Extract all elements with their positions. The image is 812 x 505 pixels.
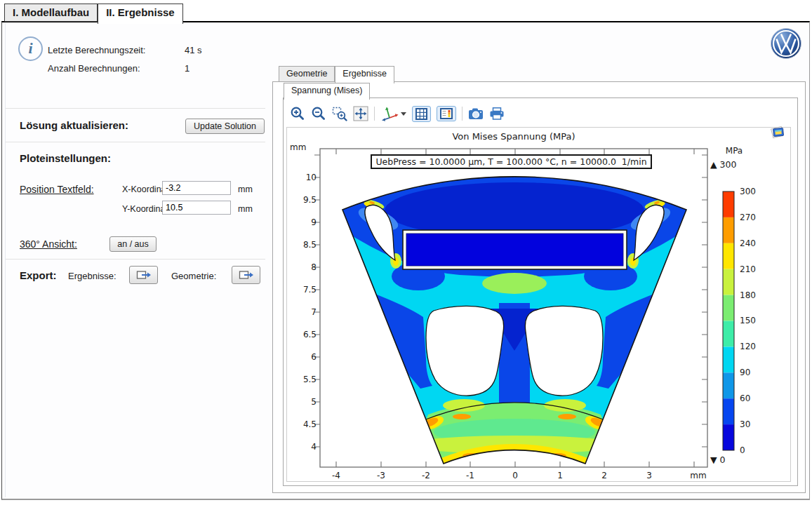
x-tick-label: -1 <box>460 471 481 480</box>
y-tick-label: 10 <box>291 172 317 183</box>
print-icon[interactable] <box>489 107 505 120</box>
tab-modellaufbau[interactable]: I. Modellaufbau <box>4 4 98 22</box>
colorbar-tick-label: 150 <box>740 315 764 326</box>
y-tick-label: 4.5 <box>291 419 317 430</box>
main-tabbar: I. Modellaufbau II. Ergebnisse <box>4 4 183 22</box>
computation-count-value: 1 <box>185 63 189 74</box>
colorbar-tick-label: 60 <box>740 393 764 404</box>
colorbar-max-marker: ▲ 300 <box>710 159 759 170</box>
colorbar-tick-label: 90 <box>740 367 764 378</box>
export-geometry-label: Geometrie: <box>171 271 216 281</box>
toolbar-separator <box>462 107 462 121</box>
colorbar-tick-label: 120 <box>740 341 764 352</box>
results-tabbar: Geometrie Ergebnisse <box>279 66 394 82</box>
x-tick-label: 3 <box>639 471 660 480</box>
info-icon: i <box>18 36 43 61</box>
export-results-label: Ergebnisse: <box>68 271 117 281</box>
y-tick-label: 4 <box>291 441 317 452</box>
app-window: I. Modellaufbau II. Ergebnisse i Letzte … <box>0 0 812 505</box>
last-computation-label: Letzte Berechnungszeit: <box>48 45 145 55</box>
textfield-position-label: Position Textfeld: <box>20 184 94 195</box>
plot-toolbar <box>290 103 505 124</box>
colorbar-tick-label: 210 <box>740 264 764 275</box>
plot-settings-heading: Ploteinstellungen: <box>20 152 111 164</box>
colorbar-tick-label: 300 <box>740 186 764 197</box>
plot-canvas[interactable]: Von Mises Spannung (MPa) mm UebPress = 1… <box>286 127 791 482</box>
separator <box>6 108 265 109</box>
x-tick-label: -4 <box>326 471 347 480</box>
view-dropdown-caret-icon[interactable] <box>401 112 406 116</box>
y-tick-label: 5 <box>291 396 317 408</box>
view-360-toggle-button[interactable]: an / aus <box>109 236 157 252</box>
plot-title: Von Mises Spannung (MPa) <box>320 131 707 142</box>
plot-group-icon <box>771 125 785 142</box>
export-results-button[interactable] <box>129 266 158 284</box>
flux-barrier-right <box>525 306 603 396</box>
default-view-icon[interactable] <box>380 106 406 121</box>
y-tick-label: 9.5 <box>291 194 317 206</box>
separator <box>6 142 265 142</box>
magnet-region <box>403 230 627 269</box>
tab-ergebnisse[interactable]: Ergebnisse <box>335 66 394 83</box>
y-tick-label: 6.5 <box>291 329 317 340</box>
zoom-out-icon[interactable] <box>311 106 326 121</box>
x-coordinate-input[interactable] <box>162 181 231 195</box>
tab-spannung-mises[interactable]: Spannung (Mises) <box>284 83 370 100</box>
y-axis-unit: mm <box>290 142 306 152</box>
colorbar-tick-label: 270 <box>740 212 764 223</box>
x-tick-label: 0 <box>505 471 526 480</box>
tab-ergebnisse-main[interactable]: II. Ergebnisse <box>98 4 183 24</box>
tab-geometrie[interactable]: Geometrie <box>279 66 335 82</box>
x-unit-label: mm <box>238 184 253 194</box>
last-computation-value: 41 s <box>185 45 202 55</box>
x-axis-unit: mm <box>684 471 712 480</box>
plot-annotation: UebPress = 10.0000 µm, T = 100.000 °C, n… <box>371 154 652 169</box>
y-coordinate-input[interactable] <box>162 201 231 215</box>
y-tick-label: 8.5 <box>291 239 317 250</box>
stress-contour-plot <box>287 128 792 483</box>
x-tick-label: 2 <box>594 471 615 480</box>
x-tick-label: -2 <box>415 471 437 480</box>
y-unit-label: mm <box>238 204 253 214</box>
y-tick-label: 7.5 <box>291 284 317 295</box>
colorbar-tick-label: 30 <box>740 419 764 430</box>
x-tick-label: -3 <box>371 471 392 480</box>
y-tick-label: 5.5 <box>291 374 317 385</box>
computation-count-label: Anzahl Berechnungen: <box>48 63 140 74</box>
export-geometry-button[interactable] <box>232 266 260 284</box>
zoom-box-icon[interactable] <box>332 106 347 121</box>
update-solution-label: Lösung aktualisieren: <box>20 119 128 131</box>
y-tick-label: 6 <box>291 351 317 363</box>
update-solution-button[interactable]: Update Solution <box>185 119 265 134</box>
y-tick-label: 7 <box>291 307 317 318</box>
colorbar <box>723 191 734 450</box>
export-icon <box>239 270 254 280</box>
toolbar-separator <box>374 107 375 121</box>
colorbar-tick-label: 180 <box>740 290 764 301</box>
x-tick-label: 1 <box>550 471 571 480</box>
stress-contours <box>342 177 686 464</box>
zoom-extents-icon[interactable] <box>353 106 368 121</box>
show-legend-icon[interactable] <box>437 106 456 121</box>
export-icon <box>136 270 152 280</box>
y-tick-label: 9 <box>291 217 317 228</box>
sidebar-divider <box>5 23 6 497</box>
colorbar-tick-label: 240 <box>740 238 764 249</box>
flux-barrier-left <box>426 306 504 396</box>
zoom-in-icon[interactable] <box>290 106 305 121</box>
view-360-label: 360° Ansicht: <box>20 238 77 250</box>
separator <box>6 259 265 260</box>
export-heading: Export: <box>20 269 57 281</box>
snapshot-icon[interactable] <box>468 108 484 120</box>
colorbar-min-marker: ▼ 0 <box>710 454 759 465</box>
vw-logo <box>770 27 802 62</box>
colorbar-unit: MPa <box>717 146 752 156</box>
y-tick-label: 8 <box>291 262 317 273</box>
show-grid-icon[interactable] <box>412 106 431 122</box>
